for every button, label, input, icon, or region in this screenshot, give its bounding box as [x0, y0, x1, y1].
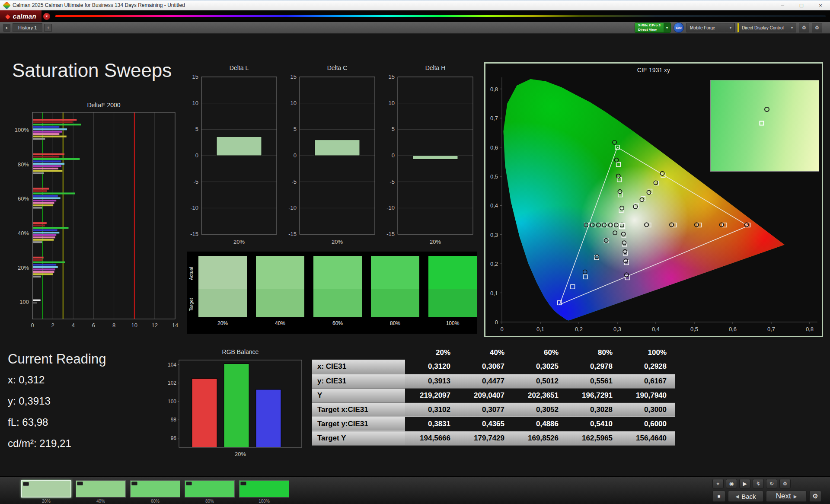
- svg-text:-15: -15: [190, 231, 198, 237]
- svg-text:20%: 20%: [233, 239, 245, 245]
- patch-label: 100%: [428, 320, 477, 326]
- refresh-button[interactable]: ↻: [766, 479, 777, 488]
- swatch-80%[interactable]: [185, 480, 235, 498]
- target-button[interactable]: ⌖: [712, 479, 724, 488]
- delta-h-chart: Delta H151050-5-10-1520%: [379, 61, 476, 253]
- record-button[interactable]: ◉: [726, 479, 737, 488]
- badge-600[interactable]: 600: [674, 22, 684, 33]
- calman-logo[interactable]: ◆ calman: [0, 10, 42, 22]
- swatch-100%[interactable]: [239, 480, 289, 498]
- display-control-dropdown[interactable]: Direct Display Control ▾: [737, 23, 796, 32]
- settings-icon: ⚙: [783, 481, 788, 487]
- saturation-patch: 20%: [198, 256, 247, 326]
- tab-label: History 1: [18, 25, 37, 30]
- svg-text:14: 14: [172, 322, 178, 329]
- svg-text:RGB Balance: RGB Balance: [222, 348, 259, 355]
- svg-text:60%: 60%: [18, 195, 29, 202]
- table-cell: 0,3831: [405, 417, 459, 431]
- patch-label: 80%: [371, 320, 419, 326]
- column-header: 80%: [567, 346, 621, 360]
- add-tab-button[interactable]: +: [44, 24, 52, 32]
- deltae-2000-svg: DeltaE 200002468101214100%80%60%40%20%10…: [9, 99, 179, 336]
- table-cell: 179,7429: [459, 431, 513, 445]
- svg-text:10: 10: [131, 322, 137, 329]
- svg-text:0: 0: [31, 322, 34, 329]
- swatch-item: 100%: [239, 480, 289, 504]
- table-cell: 194,5666: [405, 431, 459, 445]
- saturation-patch: 80%: [371, 256, 419, 326]
- swatch-label: 20%: [21, 499, 71, 504]
- table-cell: 0,4365: [459, 417, 513, 431]
- svg-text:80%: 80%: [18, 161, 29, 168]
- saturation-patch: 60%: [313, 256, 362, 326]
- svg-text:-15: -15: [386, 231, 395, 237]
- table-cell: 0,5561: [567, 374, 621, 388]
- svg-text:0,6: 0,6: [729, 326, 737, 332]
- actual-patch-swatch: [371, 256, 419, 289]
- svg-text:100%: 100%: [15, 127, 29, 133]
- svg-text:2: 2: [51, 322, 54, 329]
- svg-text:104: 104: [168, 362, 176, 368]
- tab-scroll-button[interactable]: ▸: [3, 24, 10, 32]
- deltaL-svg: Delta L151050-5-10-1520%: [183, 61, 280, 253]
- tab-bar: ▸ History 1 + X-Rite i1Pro 3 Direct View…: [0, 22, 830, 34]
- cie-inset-zoom: [710, 80, 819, 172]
- actual-patch-swatch: [313, 256, 362, 289]
- svg-text:0,2: 0,2: [490, 261, 498, 267]
- patch-label: 40%: [256, 320, 304, 326]
- settings-gear-button[interactable]: ⚙: [799, 23, 809, 32]
- delta-l-chart: Delta L151050-5-10-1520%: [183, 61, 280, 253]
- minimize-button[interactable]: –: [773, 0, 792, 10]
- bottom-settings-button[interactable]: ⚙: [809, 491, 821, 502]
- chevron-down-icon: ▾: [730, 26, 731, 30]
- target-patch-swatch: [371, 289, 419, 317]
- pattern-source-dropdown[interactable]: Mobile Forge ▾: [686, 23, 735, 32]
- chevron-down-icon: ▾: [791, 26, 793, 30]
- svg-text:20%: 20%: [430, 239, 441, 245]
- back-button[interactable]: ◀ Back: [728, 491, 763, 502]
- calman-diamond-icon: ◆: [5, 13, 10, 19]
- table-cell: 162,5965: [567, 431, 621, 445]
- table-row: x: CIE310,31200,30670,30250,29780,2928: [312, 360, 675, 374]
- close-button[interactable]: ×: [811, 0, 830, 10]
- svg-text:0,7: 0,7: [767, 326, 775, 332]
- svg-text:0: 0: [195, 152, 198, 159]
- svg-text:0,8: 0,8: [806, 326, 814, 332]
- svg-text:0,3: 0,3: [613, 326, 621, 332]
- play-button[interactable]: ▶: [739, 479, 750, 488]
- window-title: Calman 2025 Calman Ultimate for Business…: [13, 2, 185, 8]
- stop-button[interactable]: ■: [712, 491, 725, 502]
- table-row: y: CIE310,39130,44770,50120,55610,6167: [312, 374, 675, 388]
- next-button[interactable]: Next ▶: [766, 491, 807, 502]
- row-label: Target Y: [312, 431, 405, 445]
- settings-button[interactable]: ⚙: [779, 479, 791, 488]
- patch-label: 20%: [198, 320, 247, 326]
- swatch-60%[interactable]: [130, 480, 180, 498]
- svg-text:0,8: 0,8: [490, 86, 498, 93]
- tab-history1[interactable]: History 1: [13, 23, 42, 32]
- svg-text:10: 10: [290, 100, 297, 106]
- table-cell: 0,4886: [513, 417, 567, 431]
- maximize-button[interactable]: □: [792, 0, 811, 10]
- flash-icon: ↯: [756, 481, 760, 487]
- svg-text:6: 6: [92, 322, 95, 329]
- deltaH-svg: Delta H151050-5-10-1520%: [379, 61, 476, 253]
- swatch-40%[interactable]: [76, 480, 126, 498]
- swatch-20%[interactable]: [21, 480, 71, 498]
- calman-logo-text: calman: [13, 13, 37, 20]
- actual-patch-swatch: [256, 256, 304, 289]
- table-cell: 0,4477: [459, 374, 513, 388]
- arrow-right-icon: ▸: [6, 26, 8, 30]
- table-cell: 0,2978: [567, 360, 621, 374]
- row-label: x: CIE31: [312, 360, 405, 374]
- table-header-row: 20%40%60%80%100%: [312, 346, 675, 360]
- table-cell: 0,3913: [405, 374, 459, 388]
- flash-button[interactable]: ↯: [753, 479, 764, 488]
- svg-text:10: 10: [389, 100, 395, 106]
- logo-dropdown-button[interactable]: ▾: [43, 13, 50, 20]
- workflow-gear-button[interactable]: ⚙: [812, 23, 822, 32]
- table-cell: 169,8526: [513, 431, 567, 445]
- table-row: Y219,2097209,0407202,3651196,7291190,794…: [312, 388, 675, 402]
- gear-icon: ⚙: [802, 25, 807, 31]
- meter-select-button[interactable]: X-Rite i1Pro 3 Direct View ▾: [635, 22, 671, 33]
